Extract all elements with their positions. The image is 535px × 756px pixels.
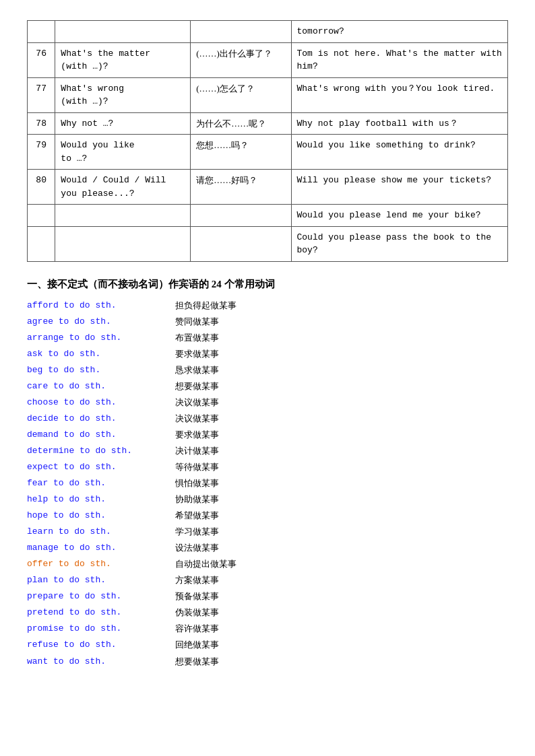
table-row-num: 76 xyxy=(28,42,55,77)
vocab-chinese: 要求做某事 xyxy=(175,427,219,443)
vocab-english: ask to do sth. xyxy=(27,346,175,362)
list-item: care to do sth.想要做某事 xyxy=(27,378,508,394)
table-row-phrase: Would / Could / Will you please...? xyxy=(55,170,191,205)
list-item: choose to do sth.决议做某事 xyxy=(27,394,508,411)
vocab-chinese: 伪装做某事 xyxy=(175,605,219,621)
table-row-num xyxy=(28,205,55,227)
vocab-english: prepare to do sth. xyxy=(27,588,175,605)
table-row-num xyxy=(28,21,55,43)
table-row-phrase: What's wrong (with …)? xyxy=(55,77,191,112)
table-row-phrase xyxy=(55,226,191,261)
list-item: demand to do sth.要求做某事 xyxy=(27,427,508,443)
table-row-phrase xyxy=(55,21,191,43)
vocab-english: help to do sth. xyxy=(27,491,175,508)
table-row-meaning: 您想……吗？ xyxy=(191,135,291,170)
vocab-chinese: 想要做某事 xyxy=(175,378,219,394)
list-item: afford to do sth.担负得起做某事 xyxy=(27,298,508,314)
vocab-chinese: 学习做某事 xyxy=(175,524,219,540)
list-item: decide to do sth.决议做某事 xyxy=(27,411,508,427)
table-row-example: tomorrow? xyxy=(291,21,508,43)
table-row-example: Could you please pass the book to the bo… xyxy=(291,226,508,261)
list-item: manage to do sth.设法做某事 xyxy=(27,540,508,556)
table-row-phrase: Would you like to …? xyxy=(55,135,191,170)
phrase-table: tomorrow?76What's the matter (with …)?(…… xyxy=(27,20,508,262)
vocab-english: offer to do sth. xyxy=(27,556,175,572)
table-row-meaning: (……)怎么了？ xyxy=(191,77,291,112)
vocab-english: learn to do sth. xyxy=(27,524,175,540)
list-item: prepare to do sth.预备做某事 xyxy=(27,588,508,605)
vocab-english: plan to do sth. xyxy=(27,572,175,588)
table-row-meaning: (……)出什么事了？ xyxy=(191,42,291,77)
vocab-english: want to do sth. xyxy=(27,654,175,670)
list-item: arrange to do sth.布置做某事 xyxy=(27,330,508,346)
vocab-english: expect to do sth. xyxy=(27,459,175,475)
vocab-chinese: 回绝做某事 xyxy=(175,637,219,653)
vocab-english: choose to do sth. xyxy=(27,394,175,411)
vocab-chinese: 决计做某事 xyxy=(175,443,219,459)
table-row-example: Would you please lend me your bike? xyxy=(291,205,508,227)
list-item: ask to do sth.要求做某事 xyxy=(27,346,508,362)
vocab-chinese: 协助做某事 xyxy=(175,491,219,508)
table-row-example: Would you like something to drink? xyxy=(291,135,508,170)
vocab-english: fear to do sth. xyxy=(27,475,175,491)
vocab-chinese: 预备做某事 xyxy=(175,588,219,605)
table-row-example: Will you please show me your tickets? xyxy=(291,170,508,205)
table-row-num: 79 xyxy=(28,135,55,170)
table-row-meaning: 为什么不……呢？ xyxy=(191,112,291,135)
table-row-num xyxy=(28,226,55,261)
list-item: offer to do sth.自动提出做某事 xyxy=(27,556,508,572)
table-row-phrase: Why not …? xyxy=(55,112,191,135)
vocab-chinese: 赞同做某事 xyxy=(175,314,219,330)
table-row-meaning xyxy=(191,205,291,227)
list-item: plan to do sth.方案做某事 xyxy=(27,572,508,588)
list-item: help to do sth.协助做某事 xyxy=(27,491,508,508)
section-title: 一、接不定式（而不接动名词）作宾语的 24 个常用动词 xyxy=(27,278,508,291)
table-row-phrase xyxy=(55,205,191,227)
list-item: refuse to do sth.回绝做某事 xyxy=(27,637,508,653)
vocab-english: determine to do sth. xyxy=(27,443,175,459)
list-item: learn to do sth.学习做某事 xyxy=(27,524,508,540)
table-row-phrase: What's the matter (with …)? xyxy=(55,42,191,77)
list-item: agree to do sth.赞同做某事 xyxy=(27,314,508,330)
vocab-chinese: 担负得起做某事 xyxy=(175,298,237,314)
list-item: beg to do sth.恳求做某事 xyxy=(27,362,508,378)
vocab-english: promise to do sth. xyxy=(27,621,175,637)
vocab-chinese: 自动提出做某事 xyxy=(175,556,237,572)
vocab-english: demand to do sth. xyxy=(27,427,175,443)
list-item: promise to do sth.容许做某事 xyxy=(27,621,508,637)
table-row-example: Tom is not here. What's the matter with … xyxy=(291,42,508,77)
vocab-english: arrange to do sth. xyxy=(27,330,175,346)
vocab-chinese: 惧怕做某事 xyxy=(175,475,219,491)
vocab-chinese: 希望做某事 xyxy=(175,508,219,524)
vocab-list: afford to do sth.担负得起做某事agree to do sth.… xyxy=(27,298,508,670)
table-row-example: What's wrong with you？You look tired. xyxy=(291,77,508,112)
vocab-chinese: 方案做某事 xyxy=(175,572,219,588)
table-row-meaning: 请您……好吗？ xyxy=(191,170,291,205)
table-row-example: Why not play football with us？ xyxy=(291,112,508,135)
list-item: determine to do sth.决计做某事 xyxy=(27,443,508,459)
vocab-english: hope to do sth. xyxy=(27,508,175,524)
vocab-chinese: 设法做某事 xyxy=(175,540,219,556)
vocab-chinese: 容许做某事 xyxy=(175,621,219,637)
vocab-english: beg to do sth. xyxy=(27,362,175,378)
table-row-meaning xyxy=(191,21,291,43)
vocab-chinese: 布置做某事 xyxy=(175,330,219,346)
vocab-chinese: 等待做某事 xyxy=(175,459,219,475)
vocab-english: refuse to do sth. xyxy=(27,637,175,653)
vocab-english: decide to do sth. xyxy=(27,411,175,427)
vocab-chinese: 要求做某事 xyxy=(175,346,219,362)
table-row-meaning xyxy=(191,226,291,261)
vocab-english: afford to do sth. xyxy=(27,298,175,314)
vocab-english: manage to do sth. xyxy=(27,540,175,556)
vocab-english: care to do sth. xyxy=(27,378,175,394)
list-item: hope to do sth.希望做某事 xyxy=(27,508,508,524)
vocab-chinese: 恳求做某事 xyxy=(175,362,219,378)
vocab-chinese: 决议做某事 xyxy=(175,411,219,427)
list-item: want to do sth.想要做某事 xyxy=(27,654,508,670)
list-item: expect to do sth.等待做某事 xyxy=(27,459,508,475)
vocab-english: agree to do sth. xyxy=(27,314,175,330)
table-row-num: 80 xyxy=(28,170,55,205)
list-item: pretend to do sth.伪装做某事 xyxy=(27,605,508,621)
vocab-english: pretend to do sth. xyxy=(27,605,175,621)
table-row-num: 78 xyxy=(28,112,55,135)
